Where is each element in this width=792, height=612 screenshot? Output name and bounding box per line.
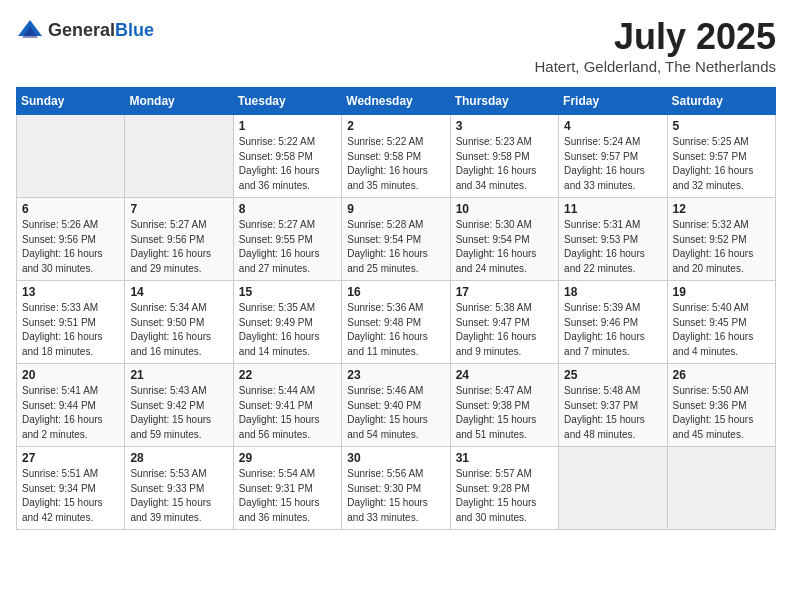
day-detail: Sunrise: 5:39 AM Sunset: 9:46 PM Dayligh…: [564, 301, 661, 359]
day-cell: [125, 115, 233, 198]
day-number: 12: [673, 202, 770, 216]
day-number: 3: [456, 119, 553, 133]
logo-blue: Blue: [115, 20, 154, 40]
day-detail: Sunrise: 5:53 AM Sunset: 9:33 PM Dayligh…: [130, 467, 227, 525]
day-number: 31: [456, 451, 553, 465]
week-row-2: 6Sunrise: 5:26 AM Sunset: 9:56 PM Daylig…: [17, 198, 776, 281]
day-number: 29: [239, 451, 336, 465]
weekday-monday: Monday: [125, 88, 233, 115]
day-number: 6: [22, 202, 119, 216]
day-cell: 20Sunrise: 5:41 AM Sunset: 9:44 PM Dayli…: [17, 364, 125, 447]
day-number: 27: [22, 451, 119, 465]
weekday-saturday: Saturday: [667, 88, 775, 115]
week-row-5: 27Sunrise: 5:51 AM Sunset: 9:34 PM Dayli…: [17, 447, 776, 530]
day-detail: Sunrise: 5:25 AM Sunset: 9:57 PM Dayligh…: [673, 135, 770, 193]
day-cell: 21Sunrise: 5:43 AM Sunset: 9:42 PM Dayli…: [125, 364, 233, 447]
day-number: 21: [130, 368, 227, 382]
logo: GeneralBlue: [16, 16, 154, 44]
day-cell: 25Sunrise: 5:48 AM Sunset: 9:37 PM Dayli…: [559, 364, 667, 447]
day-cell: 24Sunrise: 5:47 AM Sunset: 9:38 PM Dayli…: [450, 364, 558, 447]
day-cell: 28Sunrise: 5:53 AM Sunset: 9:33 PM Dayli…: [125, 447, 233, 530]
month-title: July 2025: [534, 16, 776, 58]
logo-general: General: [48, 20, 115, 40]
day-cell: [17, 115, 125, 198]
day-cell: 15Sunrise: 5:35 AM Sunset: 9:49 PM Dayli…: [233, 281, 341, 364]
day-cell: 18Sunrise: 5:39 AM Sunset: 9:46 PM Dayli…: [559, 281, 667, 364]
day-cell: 8Sunrise: 5:27 AM Sunset: 9:55 PM Daylig…: [233, 198, 341, 281]
day-cell: 19Sunrise: 5:40 AM Sunset: 9:45 PM Dayli…: [667, 281, 775, 364]
day-detail: Sunrise: 5:56 AM Sunset: 9:30 PM Dayligh…: [347, 467, 444, 525]
day-detail: Sunrise: 5:46 AM Sunset: 9:40 PM Dayligh…: [347, 384, 444, 442]
day-cell: 5Sunrise: 5:25 AM Sunset: 9:57 PM Daylig…: [667, 115, 775, 198]
day-detail: Sunrise: 5:40 AM Sunset: 9:45 PM Dayligh…: [673, 301, 770, 359]
page-header: GeneralBlue July 2025 Hatert, Gelderland…: [16, 16, 776, 75]
day-detail: Sunrise: 5:32 AM Sunset: 9:52 PM Dayligh…: [673, 218, 770, 276]
day-detail: Sunrise: 5:31 AM Sunset: 9:53 PM Dayligh…: [564, 218, 661, 276]
day-detail: Sunrise: 5:47 AM Sunset: 9:38 PM Dayligh…: [456, 384, 553, 442]
day-cell: 6Sunrise: 5:26 AM Sunset: 9:56 PM Daylig…: [17, 198, 125, 281]
day-detail: Sunrise: 5:22 AM Sunset: 9:58 PM Dayligh…: [239, 135, 336, 193]
day-cell: 7Sunrise: 5:27 AM Sunset: 9:56 PM Daylig…: [125, 198, 233, 281]
week-row-4: 20Sunrise: 5:41 AM Sunset: 9:44 PM Dayli…: [17, 364, 776, 447]
day-detail: Sunrise: 5:30 AM Sunset: 9:54 PM Dayligh…: [456, 218, 553, 276]
day-cell: [559, 447, 667, 530]
day-cell: 4Sunrise: 5:24 AM Sunset: 9:57 PM Daylig…: [559, 115, 667, 198]
day-number: 14: [130, 285, 227, 299]
weekday-sunday: Sunday: [17, 88, 125, 115]
day-detail: Sunrise: 5:33 AM Sunset: 9:51 PM Dayligh…: [22, 301, 119, 359]
day-number: 1: [239, 119, 336, 133]
day-cell: 23Sunrise: 5:46 AM Sunset: 9:40 PM Dayli…: [342, 364, 450, 447]
day-number: 19: [673, 285, 770, 299]
day-cell: 13Sunrise: 5:33 AM Sunset: 9:51 PM Dayli…: [17, 281, 125, 364]
day-detail: Sunrise: 5:36 AM Sunset: 9:48 PM Dayligh…: [347, 301, 444, 359]
location-title: Hatert, Gelderland, The Netherlands: [534, 58, 776, 75]
day-number: 28: [130, 451, 227, 465]
day-number: 15: [239, 285, 336, 299]
day-number: 4: [564, 119, 661, 133]
logo-text: GeneralBlue: [48, 20, 154, 41]
day-number: 25: [564, 368, 661, 382]
day-detail: Sunrise: 5:38 AM Sunset: 9:47 PM Dayligh…: [456, 301, 553, 359]
day-detail: Sunrise: 5:28 AM Sunset: 9:54 PM Dayligh…: [347, 218, 444, 276]
day-detail: Sunrise: 5:35 AM Sunset: 9:49 PM Dayligh…: [239, 301, 336, 359]
day-cell: 14Sunrise: 5:34 AM Sunset: 9:50 PM Dayli…: [125, 281, 233, 364]
day-number: 13: [22, 285, 119, 299]
day-detail: Sunrise: 5:43 AM Sunset: 9:42 PM Dayligh…: [130, 384, 227, 442]
day-number: 23: [347, 368, 444, 382]
day-detail: Sunrise: 5:50 AM Sunset: 9:36 PM Dayligh…: [673, 384, 770, 442]
day-number: 20: [22, 368, 119, 382]
day-number: 30: [347, 451, 444, 465]
day-number: 5: [673, 119, 770, 133]
day-number: 22: [239, 368, 336, 382]
day-detail: Sunrise: 5:23 AM Sunset: 9:58 PM Dayligh…: [456, 135, 553, 193]
day-cell: 22Sunrise: 5:44 AM Sunset: 9:41 PM Dayli…: [233, 364, 341, 447]
day-cell: 31Sunrise: 5:57 AM Sunset: 9:28 PM Dayli…: [450, 447, 558, 530]
day-detail: Sunrise: 5:27 AM Sunset: 9:55 PM Dayligh…: [239, 218, 336, 276]
day-number: 2: [347, 119, 444, 133]
weekday-tuesday: Tuesday: [233, 88, 341, 115]
day-number: 8: [239, 202, 336, 216]
title-block: July 2025 Hatert, Gelderland, The Nether…: [534, 16, 776, 75]
day-cell: 9Sunrise: 5:28 AM Sunset: 9:54 PM Daylig…: [342, 198, 450, 281]
day-cell: 2Sunrise: 5:22 AM Sunset: 9:58 PM Daylig…: [342, 115, 450, 198]
day-detail: Sunrise: 5:54 AM Sunset: 9:31 PM Dayligh…: [239, 467, 336, 525]
day-number: 7: [130, 202, 227, 216]
day-cell: 27Sunrise: 5:51 AM Sunset: 9:34 PM Dayli…: [17, 447, 125, 530]
day-detail: Sunrise: 5:57 AM Sunset: 9:28 PM Dayligh…: [456, 467, 553, 525]
day-detail: Sunrise: 5:48 AM Sunset: 9:37 PM Dayligh…: [564, 384, 661, 442]
week-row-3: 13Sunrise: 5:33 AM Sunset: 9:51 PM Dayli…: [17, 281, 776, 364]
weekday-wednesday: Wednesday: [342, 88, 450, 115]
day-detail: Sunrise: 5:27 AM Sunset: 9:56 PM Dayligh…: [130, 218, 227, 276]
day-cell: 16Sunrise: 5:36 AM Sunset: 9:48 PM Dayli…: [342, 281, 450, 364]
day-number: 24: [456, 368, 553, 382]
day-detail: Sunrise: 5:34 AM Sunset: 9:50 PM Dayligh…: [130, 301, 227, 359]
day-detail: Sunrise: 5:22 AM Sunset: 9:58 PM Dayligh…: [347, 135, 444, 193]
day-number: 17: [456, 285, 553, 299]
day-cell: 1Sunrise: 5:22 AM Sunset: 9:58 PM Daylig…: [233, 115, 341, 198]
day-cell: 30Sunrise: 5:56 AM Sunset: 9:30 PM Dayli…: [342, 447, 450, 530]
day-detail: Sunrise: 5:41 AM Sunset: 9:44 PM Dayligh…: [22, 384, 119, 442]
day-number: 18: [564, 285, 661, 299]
day-detail: Sunrise: 5:51 AM Sunset: 9:34 PM Dayligh…: [22, 467, 119, 525]
day-cell: 10Sunrise: 5:30 AM Sunset: 9:54 PM Dayli…: [450, 198, 558, 281]
day-cell: 26Sunrise: 5:50 AM Sunset: 9:36 PM Dayli…: [667, 364, 775, 447]
